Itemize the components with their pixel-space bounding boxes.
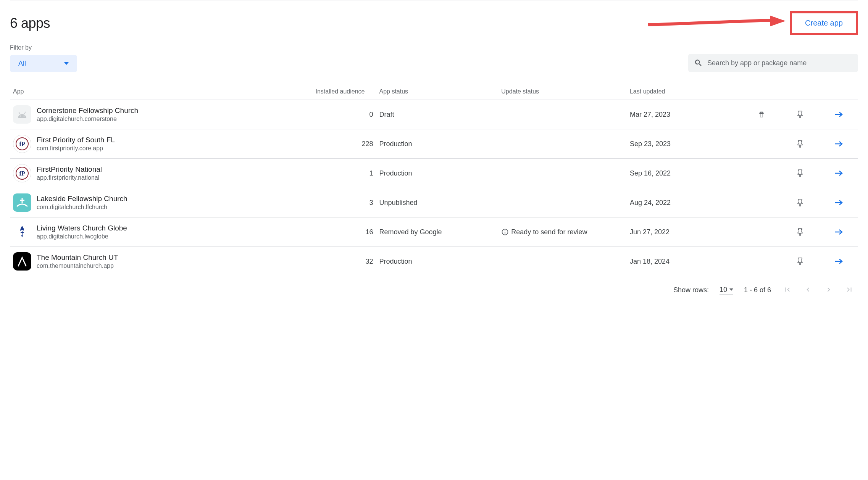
open-app-button[interactable] [832,109,845,120]
caret-down-icon [729,288,733,291]
arrow-right-icon [834,229,843,235]
open-app-button[interactable] [832,168,845,179]
open-app-button[interactable] [832,226,845,238]
filter-block: Filter by All [10,44,77,72]
pin-icon [797,169,803,177]
pin-button[interactable] [794,138,806,150]
app-package: app.digitalchurch.cornerstone [37,116,138,122]
update-status-text: Ready to send for review [511,228,587,236]
top-divider [10,0,858,0]
arrow-right-icon [834,258,843,265]
svg-line-0 [648,20,770,25]
filter-selected-value: All [18,60,26,68]
app-package: com.firstpriority.core.app [37,145,115,152]
app-name: The Mountain Church UT [37,253,118,262]
filter-dropdown[interactable]: All [10,55,77,72]
update-status-cell [498,129,627,159]
prev-page-button[interactable] [802,284,814,296]
open-app-button[interactable] [832,138,845,150]
open-app-button[interactable] [832,197,845,208]
app-package: com.digitalchurch.lfchurch [37,204,127,211]
last-page-icon [845,285,853,294]
pin-icon [797,140,803,148]
filter-search-row: Filter by All [10,44,858,72]
installed-audience: 32 [267,247,376,276]
table-row: Cornerstone Fellowship Churchapp.digital… [10,100,858,129]
last-page-button[interactable] [844,284,855,296]
arrow-right-icon [834,199,843,206]
info-icon [501,228,509,236]
caret-down-icon [64,62,69,65]
installed-audience: 228 [267,129,376,159]
trash-icon [758,111,765,118]
delete-button[interactable] [755,108,768,121]
rows-value: 10 [720,286,727,294]
app-package: app.firstpriority.national [37,174,102,181]
update-status-cell: Ready to send for review [498,217,627,247]
arrow-right-icon [834,140,843,147]
pagination-range: 1 - 6 of 6 [744,286,771,294]
app-name: Living Waters Church Globe [37,224,127,232]
svg-line-5 [24,112,26,114]
pin-button[interactable] [794,167,806,179]
installed-audience: 0 [267,100,376,129]
col-header-status: App status [376,84,498,100]
svg-point-3 [24,116,25,117]
create-app-button[interactable]: Create app [790,11,858,35]
arrow-right-icon [834,111,843,118]
header-row: 6 apps Create app [10,11,858,35]
app-icon [13,105,31,124]
svg-line-4 [19,112,20,114]
chevron-right-icon [824,285,833,294]
svg-marker-1 [770,16,786,26]
table-row: fPFirst Priority of South FLcom.firstpri… [10,129,858,159]
first-page-button[interactable] [782,284,793,296]
update-status-cell [498,188,627,217]
last-updated: Jun 27, 2022 [627,217,742,247]
installed-audience: 1 [267,159,376,188]
app-icon [13,193,31,212]
open-app-button[interactable] [832,256,845,267]
arrow-right-icon [834,170,843,177]
search-input[interactable] [707,59,852,67]
pin-icon [797,199,803,206]
col-header-updated: Last updated [627,84,742,100]
pin-button[interactable] [794,226,806,238]
pin-icon [797,111,803,118]
app-icon: fP [13,135,31,153]
rows-per-page-select[interactable]: 10 [720,286,733,295]
filter-label: Filter by [10,44,77,51]
svg-point-2 [20,116,21,117]
next-page-button[interactable] [823,284,834,296]
search-icon [694,59,703,67]
svg-text:fP: fP [19,141,25,147]
last-updated: Aug 24, 2022 [627,188,742,217]
app-icon: fP [13,164,31,182]
update-status-cell [498,247,627,276]
pagination: Show rows: 10 1 - 6 of 6 [10,276,858,304]
app-status: Production [376,159,498,188]
update-status-cell [498,100,627,129]
svg-text:fP: fP [19,170,25,177]
app-status: Production [376,129,498,159]
pin-icon [797,228,803,236]
app-name: FirstPriority National [37,165,102,174]
app-name: Lakeside Fellowship Church [37,195,127,203]
table-row: Lakeside Fellowship Churchcom.digitalchu… [10,188,858,217]
installed-audience: 16 [267,217,376,247]
page-title: 6 apps [10,15,50,31]
app-icon [13,223,31,241]
app-icon [13,252,31,271]
pin-button[interactable] [794,108,806,121]
pin-button[interactable] [794,197,806,209]
app-package: com.themountainchurch.app [37,263,118,269]
update-status-cell [498,159,627,188]
table-row: Living Waters Church Globeapp.digitalchu… [10,217,858,247]
pin-button[interactable] [794,255,806,267]
table-row: The Mountain Church UTcom.themountainchu… [10,247,858,276]
search-box[interactable] [688,54,858,72]
col-header-installed: Installed audience [267,84,376,100]
installed-audience: 3 [267,188,376,217]
last-updated: Sep 23, 2023 [627,129,742,159]
app-name: Cornerstone Fellowship Church [37,106,138,115]
